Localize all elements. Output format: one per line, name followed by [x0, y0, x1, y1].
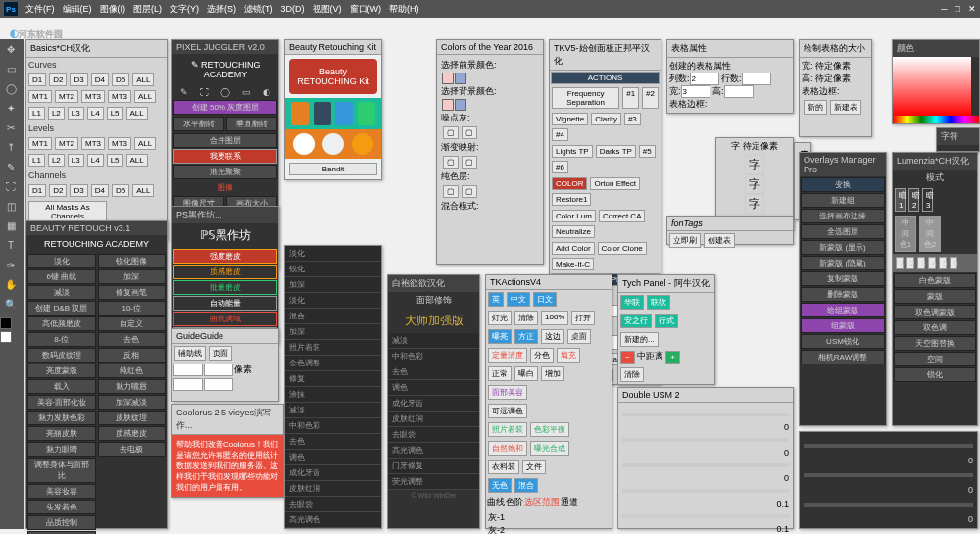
heal-icon[interactable]: ◯: [220, 87, 230, 97]
tka-r2-2[interactable]: 这边: [541, 329, 564, 344]
curve-mt3[interactable]: MT3: [81, 90, 105, 103]
menu-view[interactable]: 视图(V): [313, 3, 342, 16]
br-l15[interactable]: 头发着色: [27, 500, 96, 514]
pj-4[interactable]: 我要联系: [173, 149, 277, 164]
ov-2[interactable]: 选择画布边缘: [801, 209, 885, 223]
cy-c1[interactable]: [442, 73, 454, 84]
br-l4[interactable]: 高低频磨皮: [27, 316, 96, 331]
tk-n3[interactable]: #3: [624, 113, 641, 125]
bs-1[interactable]: [804, 473, 973, 477]
br-l9[interactable]: 美容·面部化妆: [27, 395, 96, 410]
tka-r10-0[interactable]: 无色: [488, 478, 512, 493]
tk-cla[interactable]: Clarity: [591, 113, 621, 125]
tka-r9-1[interactable]: 文件: [522, 460, 546, 474]
cy-b5[interactable]: ▢: [443, 185, 459, 198]
dl-17[interactable]: 高光调色: [285, 512, 381, 528]
cg-2[interactable]: 字: [745, 194, 764, 214]
curve-l4[interactable]: L4: [87, 107, 104, 120]
pj-5[interactable]: 港光聚聚: [173, 165, 277, 179]
eraser-tool-icon[interactable]: ◫: [0, 196, 22, 216]
bs-2[interactable]: [804, 503, 973, 507]
pj-3[interactable]: 合并图层: [173, 133, 277, 148]
br-l12[interactable]: 魅力眼睛: [27, 442, 96, 457]
menu-edit[interactable]: 编辑(E): [63, 3, 92, 16]
br-l6[interactable]: 数码皮纹理: [27, 348, 96, 363]
ov-10[interactable]: USM锐化: [801, 334, 885, 349]
mp-6[interactable]: 去眼袋: [388, 427, 479, 443]
br-r3[interactable]: 10-位: [98, 301, 167, 316]
gg-in1[interactable]: [173, 364, 203, 376]
cy-c4[interactable]: [455, 99, 466, 111]
menu-image[interactable]: 图像(I): [100, 3, 126, 16]
ft-b2[interactable]: 创建表: [704, 233, 735, 248]
ch-d4[interactable]: D4: [91, 184, 109, 197]
cy-c2[interactable]: [455, 73, 466, 84]
mp-3[interactable]: 调色: [388, 380, 479, 396]
lvl-l5[interactable]: L5: [107, 154, 123, 167]
tp-v2[interactable]: [681, 85, 710, 98]
ch-d2[interactable]: D2: [49, 184, 67, 197]
tk-restore[interactable]: Restore1: [552, 193, 591, 206]
tk-addc[interactable]: Add Color: [552, 242, 595, 255]
lz-n3[interactable]: 3: [917, 257, 925, 269]
tp-v1[interactable]: [742, 73, 771, 85]
rk-bandit[interactable]: Bandit: [289, 163, 377, 175]
br-l13[interactable]: 调整身体与面部比: [27, 458, 96, 483]
brush-icon[interactable]: ✎: [180, 87, 188, 97]
br-r12[interactable]: 去电极: [98, 442, 167, 457]
dl-9[interactable]: 涂抹: [285, 387, 381, 403]
tk-cclone[interactable]: Color Clone: [598, 242, 647, 255]
menu-type[interactable]: 文字(Y): [170, 3, 199, 16]
tka-r3-1[interactable]: 分色: [530, 348, 554, 363]
ov-9[interactable]: 组蒙版: [801, 318, 885, 333]
tka-r4-1[interactable]: 曝白: [514, 366, 538, 381]
mp-4[interactable]: 成化牙齿: [388, 396, 479, 412]
cy-b3[interactable]: ▢: [443, 156, 459, 169]
lz-b3[interactable]: 双色调: [894, 320, 976, 335]
bs-0[interactable]: [804, 444, 973, 448]
psb-1[interactable]: 质感磨皮: [173, 265, 277, 279]
ch-d3[interactable]: D3: [70, 184, 87, 197]
tc2-p0[interactable]: 新的: [804, 100, 827, 115]
pj-0[interactable]: 创建 50% 灰度图层: [173, 100, 277, 115]
ch-d1[interactable]: D1: [28, 184, 46, 197]
dl-14[interactable]: 成化牙齿: [285, 465, 381, 481]
stamp-tool-icon[interactable]: ⛶: [0, 176, 22, 196]
psb-3[interactable]: 自动能量: [173, 296, 277, 311]
curve-mtall[interactable]: ALL: [134, 90, 156, 103]
tk-vig[interactable]: Vignette: [552, 113, 588, 125]
tka-r1-3[interactable]: 打开: [571, 311, 595, 325]
dodge-icon[interactable]: ◐: [263, 87, 270, 97]
gg-tab1[interactable]: 辅助线: [174, 346, 206, 361]
mp-0[interactable]: 减淡: [388, 333, 479, 349]
lvl-lall[interactable]: ALL: [126, 154, 148, 167]
tka-en[interactable]: 英: [488, 292, 504, 307]
dl-2[interactable]: 加深: [285, 277, 381, 293]
tp-v3[interactable]: [724, 85, 754, 98]
hand-tool-icon[interactable]: ✋: [0, 274, 22, 294]
hue-slider[interactable]: [893, 116, 979, 123]
dl-16[interactable]: 去眼袋: [285, 497, 381, 512]
lvl-l4[interactable]: L4: [87, 154, 104, 167]
lz-n5[interactable]: 5: [939, 257, 947, 269]
lvl-l3[interactable]: L3: [68, 154, 84, 167]
lz-b5[interactable]: 空间: [894, 352, 976, 366]
tk-color[interactable]: COLOR: [552, 177, 587, 190]
tka-r5-0[interactable]: 面部美容: [488, 385, 527, 400]
stamp-icon[interactable]: ⛶: [200, 87, 209, 97]
curve-d2[interactable]: D2: [49, 73, 67, 86]
lz-b2[interactable]: 双色调蒙版: [894, 305, 976, 319]
psb-2[interactable]: 批量磨皮: [173, 280, 277, 295]
pj-1[interactable]: 水平翻转: [173, 117, 224, 131]
du-slider-2[interactable]: [622, 463, 789, 467]
dl-4[interactable]: 混合: [285, 309, 381, 324]
tk-n2[interactable]: #2: [642, 87, 659, 109]
tka-r1-2[interactable]: 100%: [541, 311, 568, 325]
lz-n2[interactable]: 2: [906, 257, 914, 269]
menu-file[interactable]: 文件(F): [25, 3, 55, 16]
ov-7[interactable]: 删除蒙版: [801, 287, 885, 302]
du-slider-3[interactable]: [622, 489, 789, 493]
br-r9[interactable]: 加深减淡: [98, 395, 167, 410]
tk-n5[interactable]: #5: [639, 145, 656, 158]
lz-b4[interactable]: 天空图替换: [894, 336, 976, 351]
